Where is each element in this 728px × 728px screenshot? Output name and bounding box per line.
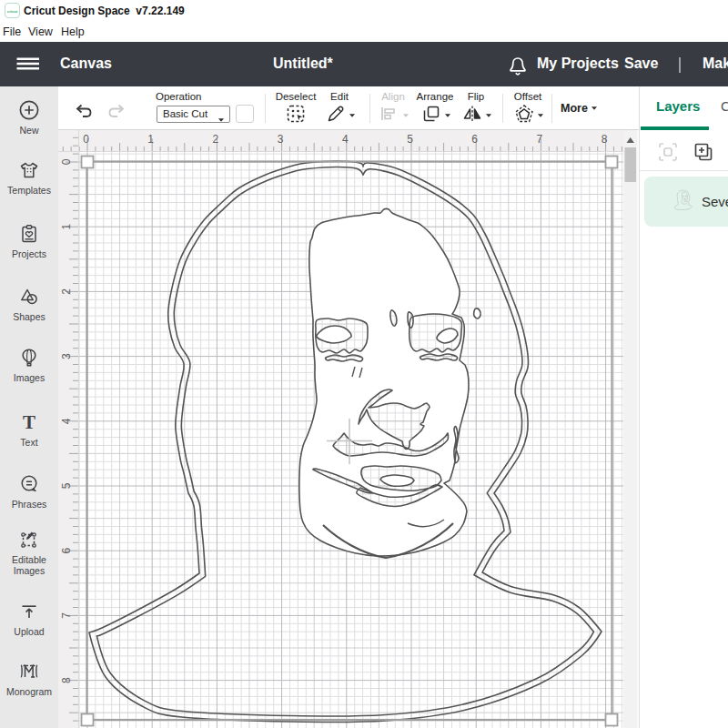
svg-text:6: 6 <box>471 133 478 146</box>
svg-text:T: T <box>23 411 35 433</box>
svg-text:6: 6 <box>60 548 73 554</box>
svg-text:0: 0 <box>60 158 73 165</box>
svg-text:5: 5 <box>407 133 413 146</box>
svg-text:8: 8 <box>60 677 73 683</box>
svg-text:7: 7 <box>537 133 543 146</box>
svg-text:2: 2 <box>60 288 73 295</box>
svg-text:0: 0 <box>83 133 89 146</box>
svg-text:1: 1 <box>60 224 73 230</box>
svg-text:4: 4 <box>60 418 73 424</box>
svg-text:cricut: cricut <box>7 9 18 14</box>
svg-text:3: 3 <box>278 133 284 146</box>
svg-text:3: 3 <box>60 353 73 359</box>
svg-text:7: 7 <box>60 612 73 619</box>
svg-text:5: 5 <box>60 482 73 489</box>
svg-text:8: 8 <box>602 133 608 146</box>
svg-text:4: 4 <box>342 133 349 146</box>
svg-text:2: 2 <box>213 133 219 146</box>
svg-text:1: 1 <box>147 133 154 146</box>
